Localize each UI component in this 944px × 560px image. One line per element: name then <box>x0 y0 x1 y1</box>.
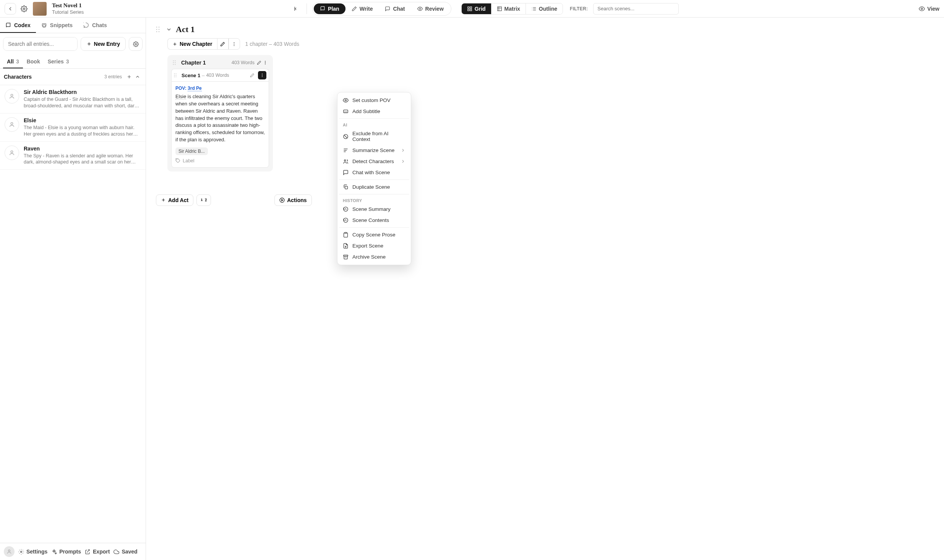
scene-summary[interactable]: Elsie is cleaning Sir Aldric's quarters … <box>175 93 265 144</box>
svg-point-43 <box>177 160 177 160</box>
scene-drag-handle[interactable] <box>174 73 180 78</box>
sparkle-icon <box>51 549 57 555</box>
svg-point-17 <box>159 27 160 28</box>
ctx-summarize[interactable]: Summarize Scene <box>339 145 409 156</box>
title-block: Test Novel 1 Tutorial Series <box>52 2 287 15</box>
scene-more-button[interactable] <box>258 71 266 79</box>
mode-write[interactable]: Write <box>345 3 379 14</box>
ctx-set-pov[interactable]: Set custom POV <box>339 95 409 106</box>
mode-review[interactable]: Review <box>411 3 450 14</box>
filter-tab-all[interactable]: All 3 <box>3 55 23 68</box>
pencil-icon <box>257 60 261 65</box>
act-drag-handle[interactable] <box>156 26 162 32</box>
tab-chats[interactable]: Chats <box>78 18 112 33</box>
chapter-menu-button[interactable] <box>229 38 240 50</box>
view-menu[interactable]: View <box>919 6 939 12</box>
tag-icon <box>175 158 180 163</box>
ctx-chat-scene[interactable]: Chat with Scene <box>339 167 409 178</box>
view-outline[interactable]: Outline <box>526 3 563 14</box>
act-toggle[interactable] <box>166 26 172 32</box>
outline-icon <box>531 6 537 11</box>
ctx-add-subtitle[interactable]: Add Subtitle <box>339 106 409 117</box>
new-entry-button[interactable]: New Entry <box>81 37 126 51</box>
filter-tab-book[interactable]: Book <box>23 55 44 68</box>
scene-label[interactable]: Label <box>175 158 265 163</box>
svg-rect-4 <box>468 9 469 11</box>
actions-button[interactable]: Actions <box>274 194 311 206</box>
snippets-icon <box>41 23 47 28</box>
more-vertical-icon <box>232 42 237 47</box>
book-thumbnail[interactable] <box>33 2 47 16</box>
codex-settings-button[interactable] <box>129 37 143 51</box>
chapter-meta: 1 chapter – 403 Words <box>245 41 299 47</box>
project-title: Test Novel 1 <box>52 2 287 9</box>
footer-export[interactable]: Export <box>85 549 110 555</box>
mode-chat[interactable]: Chat <box>379 3 411 14</box>
chapter-name[interactable]: Chapter 1 <box>181 60 232 66</box>
chapter-drag-handle[interactable] <box>173 60 179 65</box>
collapse-sidebar-button[interactable] <box>290 3 301 15</box>
svg-point-22 <box>234 42 235 43</box>
scene-title[interactable]: Scene 1 <box>182 73 200 78</box>
mode-plan[interactable]: Plan <box>314 3 345 14</box>
list-item[interactable]: Sir Aldric BlackthornCaptain of the Guar… <box>0 85 146 113</box>
ctx-duplicate[interactable]: Duplicate Scene <box>339 181 409 193</box>
sidebar-tabs: Codex Snippets Chats <box>0 18 146 33</box>
svg-point-11 <box>11 94 13 96</box>
view-matrix[interactable]: Matrix <box>491 3 526 14</box>
ctx-exclude-ai[interactable]: Exclude from AI Context <box>339 128 409 145</box>
scene-context-menu: Set custom POV Add Subtitle AI Exclude f… <box>337 92 411 265</box>
chevron-right-icon <box>401 148 405 153</box>
ctx-archive-scene[interactable]: Archive Scene <box>339 251 409 262</box>
group-characters[interactable]: Characters 3 entries <box>0 69 146 85</box>
tab-codex[interactable]: Codex <box>0 18 36 33</box>
footer-settings[interactable]: Settings <box>18 549 47 555</box>
list-item[interactable]: ElsieThe Maid - Elsie is a young woman w… <box>0 113 146 142</box>
ctx-scene-contents[interactable]: Scene Contents <box>339 215 409 226</box>
svg-point-19 <box>159 29 160 30</box>
exclude-icon <box>343 134 349 139</box>
group-collapse-button[interactable] <box>133 73 142 81</box>
people-icon <box>343 159 349 164</box>
person-icon <box>9 121 15 128</box>
filter-tab-series[interactable]: Series 3 <box>44 55 73 68</box>
panel-collapse-icon <box>292 6 298 12</box>
back-button[interactable] <box>5 3 16 15</box>
svg-point-34 <box>174 73 175 74</box>
group-add-button[interactable] <box>125 73 133 81</box>
footer-prompts[interactable]: Prompts <box>51 549 81 555</box>
svg-rect-6 <box>497 6 501 11</box>
tab-snippets[interactable]: Snippets <box>36 18 78 33</box>
scene-words: 403 Words <box>206 73 229 78</box>
codex-search-input[interactable] <box>3 37 78 50</box>
svg-point-21 <box>159 31 160 32</box>
ctx-ai-header: AI <box>339 120 409 128</box>
svg-point-33 <box>265 64 266 65</box>
view-grid[interactable]: Grid <box>462 3 491 14</box>
chapter-edit-button[interactable] <box>257 60 261 65</box>
scene-search-input[interactable] <box>593 3 679 15</box>
edit-chapter-button[interactable] <box>217 38 229 50</box>
ctx-export-scene[interactable]: Export Scene <box>339 240 409 251</box>
act-title[interactable]: Act 1 <box>176 24 195 34</box>
drag-icon <box>173 60 176 65</box>
svg-rect-46 <box>344 110 348 113</box>
scene-edit-button[interactable] <box>248 71 256 79</box>
mode-segment: Plan Write Chat Review <box>312 2 451 16</box>
project-settings-button[interactable] <box>18 3 30 15</box>
list-item[interactable]: RavenThe Spy - Raven is a slender and ag… <box>0 142 146 170</box>
ctx-detect-characters[interactable]: Detect Characters <box>339 156 409 167</box>
scene-pov[interactable]: POV: 3rd Pe <box>175 86 265 91</box>
ctx-copy-prose[interactable]: Copy Scene Prose <box>339 229 409 240</box>
numbered-button[interactable]: 12 <box>196 194 211 206</box>
new-chapter-button[interactable]: New Chapter <box>167 38 217 50</box>
view-segment: Grid Matrix Outline <box>461 3 563 15</box>
person-icon <box>9 93 15 99</box>
svg-point-32 <box>265 62 266 63</box>
sidebar-footer: Settings Prompts Export Saved <box>0 543 146 560</box>
character-chip[interactable]: Sir Aldric B... <box>175 147 208 155</box>
chapter-more-button[interactable] <box>263 60 268 65</box>
add-act-button[interactable]: Add Act <box>156 194 193 206</box>
user-avatar[interactable] <box>4 546 15 557</box>
ctx-scene-summary[interactable]: Scene Summary <box>339 204 409 215</box>
